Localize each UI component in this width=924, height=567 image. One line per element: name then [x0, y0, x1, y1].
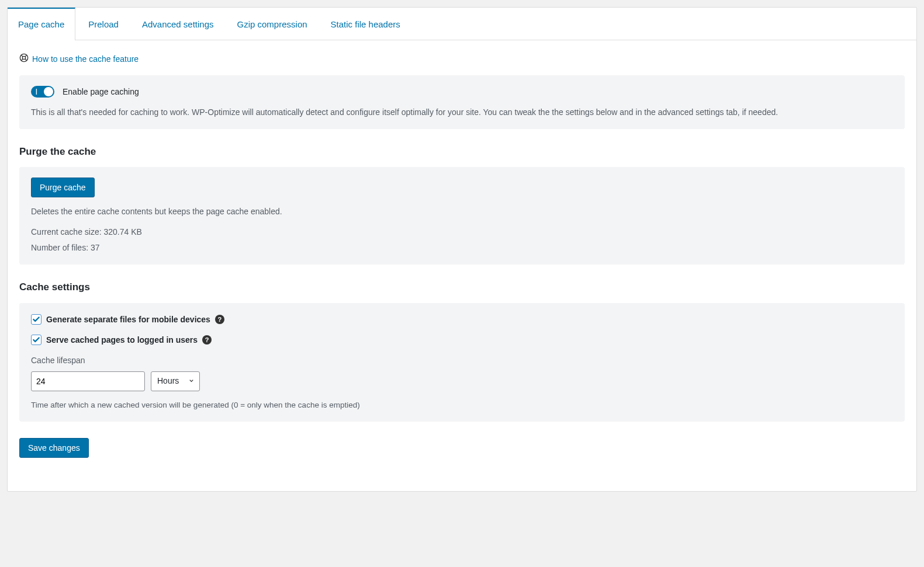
cache-settings-heading: Cache settings: [19, 280, 905, 295]
tab-preload[interactable]: Preload: [78, 8, 129, 40]
mobile-files-label: Generate separate files for mobile devic…: [46, 314, 210, 326]
save-changes-button[interactable]: Save changes: [19, 438, 89, 458]
lifespan-input[interactable]: [31, 371, 145, 391]
logged-in-row: Serve cached pages to logged in users ?: [31, 334, 893, 346]
tab-content: How to use the cache feature Enable page…: [8, 40, 916, 475]
purge-cache-description: Deletes the entire cache contents but ke…: [31, 206, 893, 218]
help-link-text: How to use the cache feature: [32, 53, 139, 65]
svg-line-5: [21, 58, 23, 60]
tab-static-file-headers[interactable]: Static file headers: [320, 8, 411, 40]
chevron-down-icon: [188, 375, 195, 387]
svg-line-2: [21, 55, 23, 57]
help-icon[interactable]: ?: [202, 335, 212, 345]
cache-size-line: Current cache size: 320.74 KB: [31, 226, 893, 238]
mobile-files-checkbox[interactable]: [31, 314, 41, 325]
lifebuoy-icon: [19, 53, 29, 66]
enable-cache-toggle[interactable]: [31, 86, 54, 98]
mobile-files-row: Generate separate files for mobile devic…: [31, 314, 893, 326]
help-icon[interactable]: ?: [215, 315, 224, 324]
help-link[interactable]: How to use the cache feature: [19, 53, 139, 66]
tab-bar: Page cache Preload Advanced settings Gzi…: [8, 8, 916, 40]
svg-line-4: [25, 55, 27, 57]
purge-cache-button[interactable]: Purge cache: [31, 178, 95, 197]
lifespan-unit-value: Hours: [157, 375, 179, 387]
tab-advanced-settings[interactable]: Advanced settings: [131, 8, 224, 40]
enable-cache-label: Enable page caching: [63, 86, 139, 98]
purge-cache-panel: Purge cache Deletes the entire cache con…: [19, 167, 905, 265]
save-area: Save changes: [19, 438, 905, 458]
enable-cache-panel: Enable page caching This is all that's n…: [19, 75, 905, 129]
svg-line-3: [25, 58, 27, 60]
lifespan-fields: Hours: [31, 371, 893, 391]
tab-gzip-compression[interactable]: Gzip compression: [227, 8, 318, 40]
logged-in-label: Serve cached pages to logged in users: [46, 334, 198, 346]
lifespan-unit-select[interactable]: Hours: [151, 371, 200, 391]
enable-cache-description: This is all that's needed for caching to…: [31, 106, 893, 119]
settings-container: Page cache Preload Advanced settings Gzi…: [7, 7, 917, 492]
lifespan-hint: Time after which a new cached version wi…: [31, 399, 893, 411]
cache-settings-panel: Generate separate files for mobile devic…: [19, 303, 905, 422]
tab-page-cache[interactable]: Page cache: [8, 8, 75, 40]
cache-files-line: Number of files: 37: [31, 242, 893, 254]
lifespan-label: Cache lifespan: [31, 354, 893, 367]
purge-heading: Purge the cache: [19, 144, 905, 159]
logged-in-checkbox[interactable]: [31, 335, 41, 345]
